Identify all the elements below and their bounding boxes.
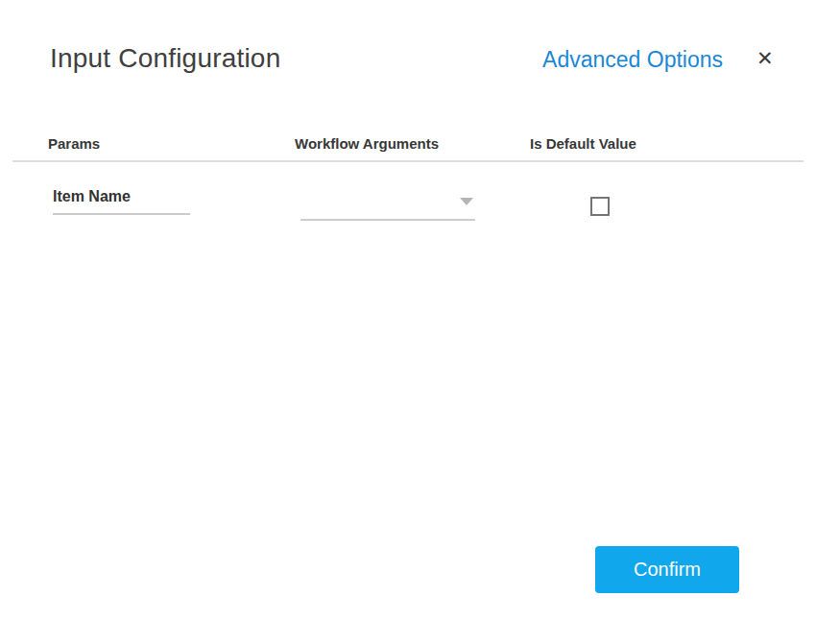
- input-configuration-dialog: Input Configuration Advanced Options ✕ P…: [0, 0, 816, 644]
- param-name-input[interactable]: Item Name: [53, 188, 190, 215]
- dialog-title: Input Configuration: [50, 43, 280, 74]
- chevron-down-icon: [460, 198, 473, 205]
- is-default-checkbox[interactable]: [590, 197, 610, 216]
- header-divider: [12, 160, 804, 162]
- column-header-params: Params: [48, 135, 100, 152]
- confirm-button[interactable]: Confirm: [595, 546, 739, 593]
- column-header-is-default-value: Is Default Value: [530, 135, 636, 152]
- advanced-options-link[interactable]: Advanced Options: [542, 47, 723, 73]
- workflow-argument-select[interactable]: [300, 192, 475, 221]
- column-header-workflow-arguments: Workflow Arguments: [295, 135, 439, 152]
- close-icon[interactable]: ✕: [756, 48, 774, 68]
